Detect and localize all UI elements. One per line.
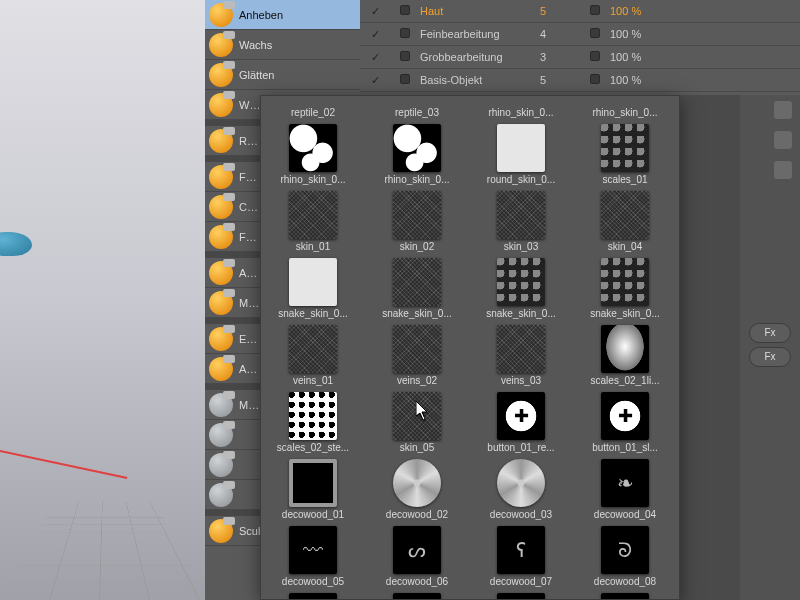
- solo-checkbox[interactable]: [390, 5, 420, 17]
- stamp-thumb[interactable]: veins_03: [477, 325, 565, 386]
- model-mesh[interactable]: [0, 232, 32, 256]
- stamp-thumb[interactable]: ᘐdecowood_08: [581, 526, 669, 587]
- stamp-thumb[interactable]: decowood_02: [373, 459, 461, 520]
- tool-gltten[interactable]: Glätten: [205, 60, 360, 90]
- layer-strength: 100 %: [610, 5, 670, 17]
- stamp-thumb[interactable]: rhino_skin_0...: [269, 124, 357, 185]
- thumb-label: skin_02: [373, 241, 461, 252]
- thumb-preview: ❧: [601, 459, 649, 507]
- stamp-thumb[interactable]: ᔕdecowood_06: [373, 526, 461, 587]
- stamp-thumb[interactable]: button_01_re...: [477, 392, 565, 453]
- tool-wachs[interactable]: Wachs: [205, 30, 360, 60]
- stamp-thumb[interactable]: snake_skin_0...: [581, 258, 669, 319]
- stamp-thumb[interactable]: snake_skin_0...: [269, 258, 357, 319]
- stamp-thumb[interactable]: 〰decowood_05: [269, 526, 357, 587]
- stamp-thumb[interactable]: skin_04: [581, 191, 669, 252]
- solo-checkbox[interactable]: [390, 74, 420, 86]
- layer-row[interactable]: ✓Haut5100 %: [360, 0, 800, 23]
- visible-checkbox[interactable]: ✓: [360, 5, 390, 18]
- tool-label: F…: [239, 231, 257, 243]
- layers-panel: ✓Haut5100 %✓Feinbearbeitung4100 %✓Grobbe…: [360, 0, 800, 95]
- thumb-label: decowood_06: [373, 576, 461, 587]
- stamp-thumb[interactable]: rhino_skin_0...: [581, 100, 669, 118]
- thumb-preview: 〰: [289, 526, 337, 574]
- thumb-preview: ʕ: [497, 526, 545, 574]
- stamp-thumb[interactable]: button_01_sl...: [581, 392, 669, 453]
- stamp-picker-popup[interactable]: reptile_02reptile_03rhino_skin_0...rhino…: [260, 95, 680, 600]
- layer-row[interactable]: ✓Basis-Objekt5100 %: [360, 69, 800, 92]
- brush-icon: [209, 3, 233, 27]
- thumb-label: rhino_skin_0...: [581, 107, 669, 118]
- thumb-label: decowood_08: [581, 576, 669, 587]
- layer-extra-checkbox[interactable]: [580, 5, 610, 17]
- stamp-thumb[interactable]: skin_01: [269, 191, 357, 252]
- thumb-preview: [497, 459, 545, 507]
- fx-button-2[interactable]: Fx: [749, 347, 791, 367]
- stamp-thumb[interactable]: ᘓ: [373, 593, 461, 600]
- stamp-thumb[interactable]: §: [581, 593, 669, 600]
- brush-icon: [209, 261, 233, 285]
- right-attribute-strip: Fx Fx: [740, 95, 800, 600]
- new-icon[interactable]: [774, 161, 792, 179]
- thumb-preview: [393, 325, 441, 373]
- thumb-label: snake_skin_0...: [581, 308, 669, 319]
- stamp-thumb[interactable]: skin_03: [477, 191, 565, 252]
- thumb-label: decowood_03: [477, 509, 565, 520]
- stamp-thumb[interactable]: veins_02: [373, 325, 461, 386]
- tool-label: C…: [239, 201, 258, 213]
- stamp-thumb[interactable]: round_skin_0...: [477, 124, 565, 185]
- layer-name: Haut: [420, 5, 540, 17]
- thumb-label: scales_02_1li...: [581, 375, 669, 386]
- stamp-thumb[interactable]: ʕdecowood_07: [477, 526, 565, 587]
- tool-anheben[interactable]: Anheben: [205, 0, 360, 30]
- layer-row[interactable]: ✓Feinbearbeitung4100 %: [360, 23, 800, 46]
- stamp-thumb[interactable]: veins_01: [269, 325, 357, 386]
- visible-checkbox[interactable]: ✓: [360, 74, 390, 87]
- stamp-thumb[interactable]: snake_skin_0...: [477, 258, 565, 319]
- stamp-thumb[interactable]: decowood_03: [477, 459, 565, 520]
- thumb-preview: [497, 124, 545, 172]
- axis-x: [0, 450, 127, 479]
- stamp-thumb[interactable]: decowood_01: [269, 459, 357, 520]
- layer-level: 3: [540, 51, 580, 63]
- visible-checkbox[interactable]: ✓: [360, 51, 390, 64]
- thumb-label: round_skin_0...: [477, 174, 565, 185]
- thumb-label: rhino_skin_0...: [269, 174, 357, 185]
- stamp-thumb[interactable]: scales_02_1li...: [581, 325, 669, 386]
- stamp-thumb[interactable]: reptile_03: [373, 100, 461, 118]
- stamp-thumb[interactable]: ❧decowood_04: [581, 459, 669, 520]
- layer-extra-checkbox[interactable]: [580, 51, 610, 63]
- stamp-thumb[interactable]: rhino_skin_0...: [477, 100, 565, 118]
- lock-icon[interactable]: [774, 101, 792, 119]
- thumb-preview: ໑: [289, 593, 337, 600]
- stamp-thumb[interactable]: reptile_02: [269, 100, 357, 118]
- solo-checkbox[interactable]: [390, 28, 420, 40]
- stamp-thumb[interactable]: skin_05: [373, 392, 461, 453]
- layer-extra-checkbox[interactable]: [580, 28, 610, 40]
- layer-extra-checkbox[interactable]: [580, 74, 610, 86]
- fx-button-1[interactable]: Fx: [749, 323, 791, 343]
- solo-checkbox[interactable]: [390, 51, 420, 63]
- stamp-thumb[interactable]: skin_02: [373, 191, 461, 252]
- tool-label: A…: [239, 267, 257, 279]
- layer-row[interactable]: ✓Grobbearbeitung3100 %: [360, 46, 800, 69]
- layer-name: Feinbearbeitung: [420, 28, 540, 40]
- stamp-thumb[interactable]: ⊂⊃: [477, 593, 565, 600]
- tool-label: A…: [239, 363, 257, 375]
- thumb-preview: [497, 191, 545, 239]
- thumb-label: skin_03: [477, 241, 565, 252]
- layer-name: Grobbearbeitung: [420, 51, 540, 63]
- brush-icon: [209, 327, 233, 351]
- stamp-thumb[interactable]: ໑: [269, 593, 357, 600]
- thumb-label: snake_skin_0...: [477, 308, 565, 319]
- stamp-thumb[interactable]: rhino_skin_0...: [373, 124, 461, 185]
- viewport-3d[interactable]: [0, 0, 210, 600]
- thumb-label: rhino_skin_0...: [373, 174, 461, 185]
- stamp-thumb[interactable]: scales_01: [581, 124, 669, 185]
- layer-strength: 100 %: [610, 51, 670, 63]
- link-icon[interactable]: [774, 131, 792, 149]
- thumb-preview: ᘐ: [601, 526, 649, 574]
- stamp-thumb[interactable]: scales_02_ste...: [269, 392, 357, 453]
- visible-checkbox[interactable]: ✓: [360, 28, 390, 41]
- stamp-thumb[interactable]: snake_skin_0...: [373, 258, 461, 319]
